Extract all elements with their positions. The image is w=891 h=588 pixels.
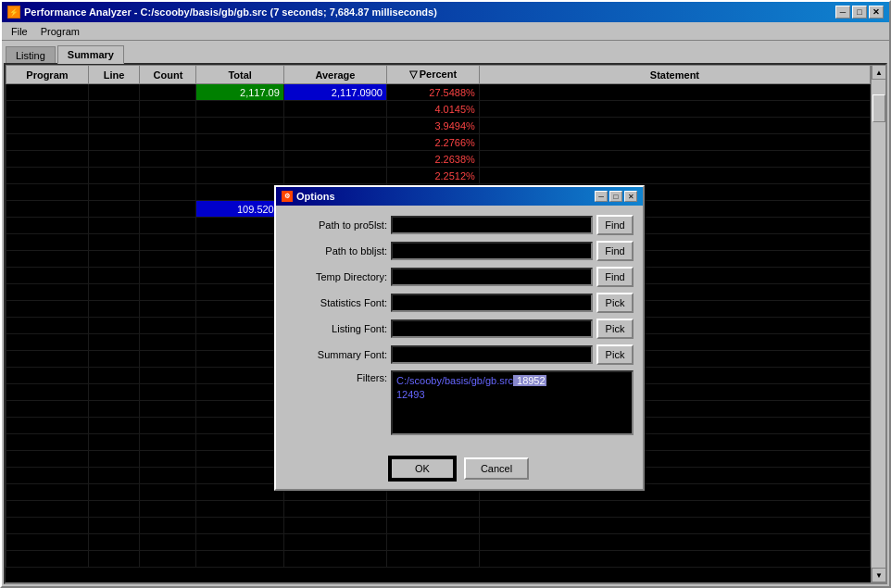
cancel-button[interactable]: Cancel <box>464 457 529 480</box>
stats-font-input[interactable] <box>391 294 593 312</box>
filters-box[interactable]: C:/scooby/basis/gb/gb.src 18952 12493 <box>391 370 634 435</box>
table-wrapper: Program Line Count Total Average ▽ Perce… <box>4 63 887 584</box>
listing-font-label: Listing Font: <box>285 323 387 334</box>
dialog-title: Options <box>296 191 335 202</box>
bbljst-label: Path to bbljst: <box>285 245 387 256</box>
stats-font-row: Statistics Font: Pick <box>285 293 634 313</box>
window-title: Performance Analyzer - C:/scooby/basis/g… <box>24 6 437 18</box>
pro5lst-input[interactable] <box>391 216 593 234</box>
dialog-minimize-button[interactable]: ─ <box>595 191 608 202</box>
title-buttons: ─ □ ✕ <box>835 6 884 19</box>
tab-summary[interactable]: Summary <box>57 45 124 64</box>
summary-font-input[interactable] <box>391 345 593 364</box>
close-button[interactable]: ✕ <box>869 6 884 19</box>
temp-dir-row: Temp Directory: Find <box>285 267 634 287</box>
title-bar-left: ⚡ Performance Analyzer - C:/scooby/basis… <box>7 6 437 19</box>
listing-font-pick-button[interactable]: Pick <box>596 319 634 339</box>
dialog-maximize-button[interactable]: □ <box>609 191 622 202</box>
pro5lst-label: Path to pro5lst: <box>285 219 387 231</box>
filters-label: Filters: <box>285 372 387 383</box>
menu-bar: File Program <box>2 22 889 41</box>
summary-font-pick-button[interactable]: Pick <box>596 344 634 365</box>
options-dialog: ⚙ Options ─ □ ✕ Path to pro5lst <box>274 185 645 491</box>
temp-dir-input[interactable] <box>391 268 593 286</box>
pro5lst-find-button[interactable]: Find <box>596 215 634 235</box>
title-bar: ⚡ Performance Analyzer - C:/scooby/basis… <box>2 2 889 22</box>
temp-dir-label: Temp Directory: <box>285 271 387 282</box>
listing-font-input[interactable] <box>391 319 593 338</box>
filters-text: C:/scooby/basis/gb/gb.src <box>396 375 513 386</box>
dialog-icon: ⚙ <box>282 191 293 202</box>
filters-highlight: 18952 <box>513 375 546 386</box>
pro5lst-row: Path to pro5lst: Find <box>285 215 634 235</box>
dialog-content: Path to pro5lst: Find Path to bbljst: Fi… <box>276 206 643 450</box>
stats-font-label: Statistics Font: <box>285 297 387 308</box>
ok-button[interactable]: OK <box>390 457 455 480</box>
dialog-title-buttons: ─ □ ✕ <box>595 191 637 202</box>
stats-font-pick-button[interactable]: Pick <box>596 293 634 313</box>
menu-program[interactable]: Program <box>35 24 85 39</box>
dialog-footer: OK Cancel <box>276 450 643 489</box>
dialog-title-bar: ⚙ Options ─ □ ✕ <box>276 187 643 206</box>
maximize-button[interactable]: □ <box>852 6 867 19</box>
dialog-close-button[interactable]: ✕ <box>624 191 637 202</box>
app-icon: ⚡ <box>7 6 20 19</box>
bbljst-input[interactable] <box>391 242 593 260</box>
bbljst-find-button[interactable]: Find <box>596 241 634 261</box>
summary-font-label: Summary Font: <box>285 349 387 360</box>
listing-font-row: Listing Font: Pick <box>285 319 634 339</box>
filters-line2: 12493 <box>396 389 425 400</box>
dialog-title-left: ⚙ Options <box>282 191 335 202</box>
dialog-overlay: ⚙ Options ─ □ ✕ Path to pro5lst <box>6 65 885 582</box>
filters-row: Filters: C:/scooby/basis/gb/gb.src 18952… <box>285 370 634 435</box>
bbljst-row: Path to bbljst: Find <box>285 241 634 261</box>
minimize-button[interactable]: ─ <box>835 6 850 19</box>
tab-listing[interactable]: Listing <box>6 46 56 65</box>
temp-dir-find-button[interactable]: Find <box>596 267 634 287</box>
menu-file[interactable]: File <box>6 24 33 39</box>
summary-font-row: Summary Font: Pick <box>285 344 634 365</box>
content-area: Listing Summary Program Line Count T <box>2 41 889 586</box>
app-window: ⚡ Performance Analyzer - C:/scooby/basis… <box>0 0 891 588</box>
tab-bar: Listing Summary <box>2 41 889 63</box>
